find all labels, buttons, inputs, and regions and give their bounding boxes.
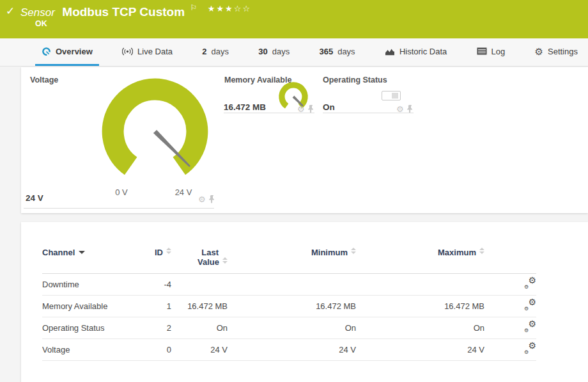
channel-id-cell: -4: [132, 274, 171, 296]
status-badge: OK: [35, 19, 47, 28]
channel-minimum-cell: 16.472 MB: [228, 296, 356, 317]
voltage-block-divider: [24, 208, 214, 209]
gauge-settings-gear-icon[interactable]: ⚙: [198, 195, 206, 203]
column-header-channel-label: Channel: [42, 248, 75, 257]
tab-overview[interactable]: Overview: [35, 38, 99, 66]
column-header-id[interactable]: ID: [132, 244, 171, 274]
tab-historic-data-label: Historic Data: [399, 47, 447, 56]
column-header-actions: [484, 244, 536, 274]
tab-live-data-label: Live Data: [137, 47, 173, 56]
tab-30-days-unit: days: [272, 47, 290, 56]
memory-current-value: 16.472 MB: [224, 102, 266, 112]
channel-minimum-cell: [228, 274, 356, 296]
table-row[interactable]: Operating Status 2 On On On ⚙⚙: [42, 317, 536, 339]
tab-live-data[interactable]: Live Data: [116, 38, 179, 66]
priority-stars[interactable]: ★★★☆☆: [208, 4, 251, 13]
gauge-icon: [42, 47, 51, 56]
channel-id-cell: 0: [132, 339, 171, 361]
channel-maximum-cell: [356, 274, 484, 296]
tab-overview-label: Overview: [56, 47, 93, 56]
column-header-maximum[interactable]: Maximum: [356, 244, 484, 274]
column-header-channel[interactable]: Channel: [42, 244, 132, 274]
channel-maximum-cell: 24 V: [356, 339, 484, 361]
sort-icon: [166, 248, 171, 254]
sort-icon: [351, 248, 356, 254]
historic-chart-icon: [385, 47, 395, 56]
gauges-panel: Voltage 0 V 24 V 24 V ⚙ Memory Available…: [21, 67, 588, 213]
tab-2-days-unit: days: [212, 47, 229, 56]
status-ok-check-icon: ✓: [6, 4, 15, 18]
channel-last-value-cell: [171, 274, 228, 296]
tab-365-days-unit: days: [337, 47, 355, 56]
memory-block-divider: [224, 113, 314, 113]
channel-last-value-cell: 16.472 MB: [171, 296, 228, 317]
object-kind-label: Sensor: [20, 6, 55, 19]
table-row[interactable]: Memory Available 1 16.472 MB 16.472 MB 1…: [42, 296, 536, 317]
channel-minimum-cell: On: [228, 317, 356, 339]
column-header-last-label: Last: [171, 248, 228, 257]
table-row[interactable]: Downtime -4 ⚙⚙: [42, 274, 536, 296]
voltage-scale-min: 0 V: [102, 187, 141, 197]
tab-log-label: Log: [491, 47, 506, 56]
tab-30-days-number: 30: [258, 47, 267, 56]
channel-table: Channel ID Last Value Minimum Maximum: [42, 244, 536, 361]
channel-id-cell: 1: [132, 296, 171, 317]
channel-name-cell[interactable]: Operating Status: [42, 317, 132, 339]
tab-365-days[interactable]: 365 days: [313, 38, 361, 66]
tab-bar: Overview Live Data 2 days 30 days 365 da…: [0, 38, 588, 67]
tab-settings[interactable]: ⚙ Settings: [529, 38, 584, 66]
voltage-gauge-actions: ⚙: [198, 195, 215, 203]
tab-365-days-number: 365: [319, 47, 333, 56]
sensor-header: ✓ Sensor Modbus TCP Custom ⚐ ★★★☆☆ OK: [0, 0, 588, 38]
tab-2-days-number: 2: [202, 47, 206, 56]
tab-settings-label: Settings: [548, 47, 578, 56]
channel-name-cell[interactable]: Memory Available: [42, 296, 132, 317]
column-header-maximum-label: Maximum: [438, 248, 476, 257]
channel-maximum-cell: 16.472 MB: [356, 296, 484, 317]
tab-30-days[interactable]: 30 days: [252, 38, 296, 66]
table-row[interactable]: Voltage 0 24 V 24 V 24 V ⚙⚙: [42, 339, 536, 361]
voltage-scale-max: 24 V: [164, 187, 203, 197]
channel-last-value-cell: 24 V: [171, 339, 228, 361]
channel-settings-icon[interactable]: ⚙⚙: [524, 322, 536, 333]
log-list-icon: [477, 47, 487, 55]
operating-block-divider: [323, 113, 414, 113]
operating-status-switch-icon: [382, 91, 401, 100]
column-header-minimum-label: Minimum: [311, 248, 348, 257]
gear-icon: ⚙: [535, 47, 543, 56]
switch-knob: [392, 93, 398, 99]
voltage-current-value: 24 V: [26, 193, 43, 203]
pin-icon[interactable]: [209, 195, 215, 203]
channel-minimum-cell: 24 V: [228, 339, 356, 361]
tab-historic-data[interactable]: Historic Data: [378, 38, 453, 66]
channel-last-value-cell: On: [171, 317, 228, 339]
sensor-title-row: Sensor Modbus TCP Custom ⚐ ★★★☆☆: [20, 3, 251, 19]
voltage-gauge-title: Voltage: [30, 76, 58, 84]
channel-settings-icon[interactable]: ⚙⚙: [524, 300, 536, 311]
channel-table-panel: Channel ID Last Value Minimum Maximum: [21, 222, 588, 382]
column-header-minimum[interactable]: Minimum: [228, 244, 356, 274]
column-header-value-label: Value: [197, 257, 219, 267]
tab-2-days[interactable]: 2 days: [196, 38, 235, 66]
column-header-id-label: ID: [155, 248, 163, 257]
voltage-gauge: [99, 76, 211, 187]
channel-name-cell[interactable]: Downtime: [42, 274, 132, 296]
sort-desc-icon: [79, 251, 85, 254]
sort-icon: [222, 257, 228, 264]
tab-log[interactable]: Log: [470, 38, 512, 66]
channel-id-cell: 2: [132, 317, 171, 339]
flag-icon[interactable]: ⚐: [190, 3, 197, 12]
channel-settings-icon[interactable]: ⚙⚙: [524, 278, 536, 289]
sort-icon: [479, 248, 484, 254]
channel-name-cell[interactable]: Voltage: [42, 339, 132, 361]
channel-settings-icon[interactable]: ⚙⚙: [524, 344, 536, 354]
operating-status-title: Operating Status: [323, 76, 387, 84]
operating-status-value: On: [323, 102, 335, 112]
channel-table-header-row: Channel ID Last Value Minimum Maximum: [42, 244, 536, 274]
channel-maximum-cell: On: [356, 317, 484, 339]
live-data-icon: [122, 47, 133, 56]
sensor-name: Modbus TCP Custom: [62, 5, 185, 19]
column-header-last-value[interactable]: Last Value: [171, 244, 228, 274]
